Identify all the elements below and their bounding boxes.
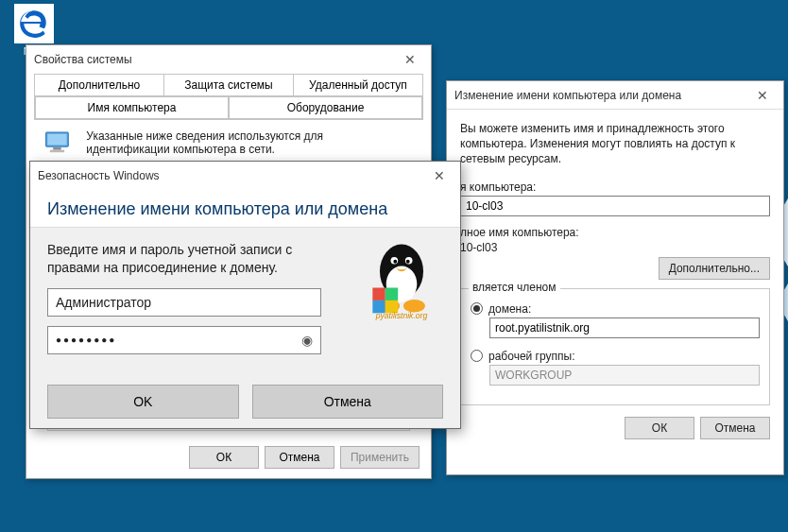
window-title: Изменение имени компьютера или домена <box>454 89 681 102</box>
full-name-value: 10-cl03 <box>460 241 770 254</box>
radio-workgroup[interactable]: рабочей группы: <box>471 350 760 363</box>
window-title: Безопасность Windows <box>38 169 160 182</box>
cancel-button[interactable]: Отмена <box>252 385 444 419</box>
radio-icon <box>471 302 483 315</box>
svg-text:pyatilistnik.org: pyatilistnik.org <box>375 311 428 320</box>
reveal-password-icon[interactable]: ◉ <box>301 333 313 348</box>
cancel-button[interactable]: Отмена <box>700 417 770 439</box>
svg-rect-3 <box>50 150 64 153</box>
computer-icon <box>43 129 76 159</box>
member-of-group: вляется членом домена: рабочей группы: <box>460 288 770 405</box>
tabs-row-2: Имя компьютера Оборудование <box>34 96 423 120</box>
svg-rect-13 <box>385 288 398 300</box>
window-title: Свойства системы <box>34 53 132 66</box>
svg-point-9 <box>406 260 410 264</box>
workgroup-input <box>489 365 760 386</box>
password-value: ●●●●●●●● <box>56 335 116 345</box>
close-icon[interactable]: ✕ <box>426 165 453 186</box>
edge-icon <box>14 4 54 43</box>
tab-advanced[interactable]: Дополнительно <box>35 75 164 95</box>
radio-icon <box>471 350 483 362</box>
full-name-label: лное имя компьютера: <box>460 226 770 239</box>
svg-rect-2 <box>53 147 60 150</box>
tabs-row-1: Дополнительно Защита системы Удаленный д… <box>34 74 423 96</box>
close-icon[interactable]: ✕ <box>749 85 776 106</box>
window-security-credentials: Безопасность Windows ✕ Изменение имени к… <box>29 161 461 429</box>
tab-remote[interactable]: Удаленный доступ <box>294 75 422 95</box>
dialog-prompt: Введите имя и пароль учетной записи с пр… <box>47 241 331 277</box>
ok-button[interactable]: OK <box>47 385 239 419</box>
username-input[interactable]: Администратор <box>47 288 321 317</box>
titlebar[interactable]: Свойства системы ✕ <box>26 45 431 74</box>
watermark-image: pyatilistnik.org <box>356 233 447 320</box>
dialog-heading: Изменение имени компьютера или домена <box>30 190 460 228</box>
more-button[interactable]: Дополнительно... <box>659 257 770 280</box>
info-text: Вы можете изменить имя и принадлежность … <box>460 121 770 167</box>
system-description: Указанные ниже сведения используются для… <box>86 129 379 156</box>
tab-computer-name[interactable]: Имя компьютера <box>35 97 229 119</box>
radio-workgroup-label: рабочей группы: <box>488 350 574 363</box>
titlebar[interactable]: Изменение имени компьютера или домена ✕ <box>447 81 783 110</box>
ok-button[interactable]: ОК <box>189 446 259 469</box>
tab-protection[interactable]: Защита системы <box>164 75 294 95</box>
svg-point-8 <box>393 260 397 264</box>
close-icon[interactable]: ✕ <box>397 49 423 70</box>
svg-rect-1 <box>47 134 66 146</box>
cancel-button[interactable]: Отмена <box>265 446 334 469</box>
titlebar[interactable]: Безопасность Windows ✕ <box>30 162 460 190</box>
password-input[interactable]: ●●●●●●●● ◉ <box>47 326 321 354</box>
ok-button[interactable]: ОК <box>625 417 694 439</box>
domain-input[interactable] <box>489 317 760 338</box>
computer-name-label: я компьютера: <box>460 180 770 194</box>
computer-name-input[interactable] <box>460 196 770 216</box>
svg-rect-12 <box>372 288 385 300</box>
radio-domain[interactable]: домена: <box>471 302 760 316</box>
radio-domain-label: домена: <box>488 302 531 316</box>
username-value: Администратор <box>56 295 151 310</box>
group-legend: вляется членом <box>469 281 560 294</box>
tab-hardware[interactable]: Оборудование <box>229 97 422 119</box>
apply-button[interactable]: Применить <box>340 446 420 469</box>
window-computer-name-change: Изменение имени компьютера или домена ✕ … <box>446 80 784 475</box>
